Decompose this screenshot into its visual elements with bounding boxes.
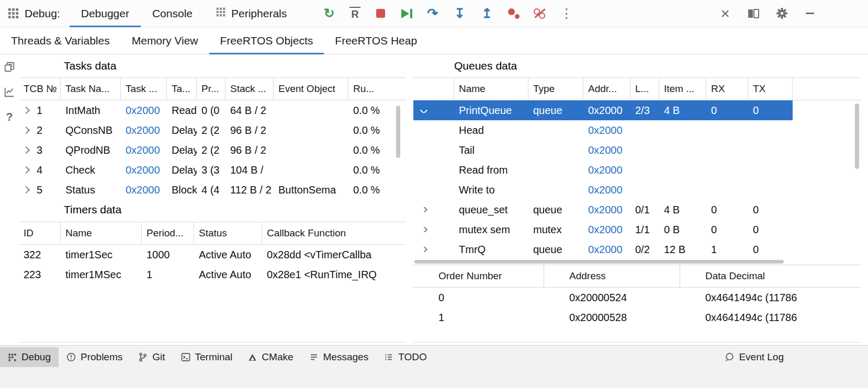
table-row[interactable]: mutex sem mutex 0x2000 1/1 0 B 0 0 bbox=[413, 220, 793, 239]
table-row[interactable]: queue_set queue 0x2000 0/1 4 B 0 0 bbox=[413, 200, 793, 220]
queues-horizontal-scrollbar[interactable] bbox=[414, 260, 784, 264]
table-row[interactable]: 1 IntMath 0x2000 Read 0 (0 64 B / 2 0.0 … bbox=[19, 100, 406, 120]
reset-icon[interactable]: R bbox=[350, 7, 360, 20]
chevron-down-icon[interactable] bbox=[420, 108, 427, 113]
close-icon[interactable]: × bbox=[718, 7, 732, 20]
column-header[interactable]: Ta... bbox=[167, 78, 197, 100]
stop-icon[interactable] bbox=[374, 7, 388, 20]
address-link[interactable]: 0x2000 bbox=[583, 244, 630, 256]
address-link[interactable]: 0x2000 bbox=[121, 144, 167, 156]
toolbar-item-messages[interactable]: Messages bbox=[301, 347, 377, 367]
column-header[interactable]: Item ... bbox=[659, 78, 706, 100]
chevron-right-icon[interactable] bbox=[22, 127, 30, 134]
address-link[interactable]: 0x2000 bbox=[583, 124, 630, 136]
address-link[interactable]: 0x2000 bbox=[121, 184, 167, 196]
toolbar-item-terminal[interactable]: Terminal bbox=[173, 347, 241, 367]
tab-memory-view[interactable]: Memory View bbox=[121, 27, 209, 54]
address-link[interactable]: 0x2000 bbox=[121, 105, 167, 117]
table-row[interactable]: 322 timer1Sec 1000 Active Auto 0x28dd <v… bbox=[19, 245, 406, 265]
toolbar-item-todo[interactable]: TODO bbox=[376, 347, 435, 367]
column-header[interactable]: Name bbox=[454, 78, 528, 100]
chevron-right-icon[interactable] bbox=[420, 227, 427, 232]
toolbar-item-event-log[interactable]: Event Log bbox=[717, 347, 792, 367]
tab-threads-variables[interactable]: Threads & Variables bbox=[0, 27, 121, 54]
tab-freertos-objects[interactable]: FreeRTOS Objects bbox=[209, 27, 324, 54]
table-row[interactable]: 4 Check 0x2000 Delay 3 (3 104 B / 0.0 % bbox=[19, 160, 406, 180]
gear-icon[interactable] bbox=[775, 7, 788, 20]
tab-debugger[interactable]: Debugger bbox=[70, 0, 141, 27]
column-header[interactable] bbox=[413, 78, 454, 100]
chevron-right-icon[interactable] bbox=[22, 107, 30, 114]
column-header[interactable]: Type bbox=[528, 78, 583, 100]
column-header[interactable]: Task ... bbox=[121, 78, 167, 100]
address-link[interactable]: 0x2000 bbox=[583, 184, 630, 196]
column-header[interactable]: TX bbox=[748, 78, 793, 100]
export-chart-icon[interactable] bbox=[3, 86, 16, 98]
resume-icon[interactable] bbox=[401, 9, 412, 18]
table-row-child[interactable]: Head 0x2000 bbox=[413, 120, 793, 140]
column-header[interactable]: Data Decimal bbox=[680, 265, 861, 287]
table-row[interactable]: 0 0x20000524 0x4641494c (11786 bbox=[413, 288, 861, 307]
column-header[interactable]: RX bbox=[706, 78, 748, 100]
column-header[interactable]: Event Object bbox=[274, 78, 348, 100]
address-link[interactable]: 0x2000 bbox=[121, 164, 167, 176]
mute-breakpoints-icon[interactable] bbox=[534, 8, 546, 19]
restore-layout-icon[interactable] bbox=[3, 61, 16, 73]
minimize-icon[interactable] bbox=[803, 7, 817, 20]
table-row[interactable]: 1 0x20000528 0x4641494c (11786 bbox=[413, 307, 861, 327]
column-header[interactable]: Pr... bbox=[197, 78, 226, 100]
tab-peripherals[interactable]: Peripherals bbox=[204, 0, 298, 27]
chevron-right-icon[interactable] bbox=[22, 186, 30, 193]
chevron-right-icon[interactable] bbox=[22, 166, 30, 174]
tasks-vertical-scrollbar[interactable] bbox=[396, 106, 400, 158]
view-breakpoints-icon[interactable] bbox=[508, 8, 520, 19]
column-header[interactable]: TCB № bbox=[19, 78, 61, 100]
table-row[interactable]: 3 QProdNB 0x2000 Delay 2 (2 96 B / 2 0.0… bbox=[19, 140, 406, 160]
column-header[interactable]: Address bbox=[544, 265, 680, 287]
help-icon[interactable]: ? bbox=[3, 111, 16, 123]
address-link[interactable]: 0x2000 bbox=[583, 144, 630, 156]
toolbar-item-cmake[interactable]: CMake bbox=[240, 347, 301, 367]
column-header[interactable]: L... bbox=[630, 78, 659, 100]
step-into-icon[interactable]: ↧ bbox=[453, 7, 467, 20]
address-link[interactable]: 0x2000 bbox=[583, 224, 630, 236]
column-header[interactable]: Stack ... bbox=[226, 78, 274, 100]
toolbar-item-git[interactable]: Git bbox=[130, 347, 173, 367]
table-row-selected[interactable]: PrintQueue queue 0x2000 2/3 4 B 0 0 bbox=[413, 100, 793, 120]
table-row[interactable]: 2 QConsNB 0x2000 Delay 2 (2 96 B / 2 0.0… bbox=[19, 120, 406, 140]
queues-vertical-scrollbar[interactable] bbox=[855, 104, 859, 169]
step-over-icon[interactable]: ↷ bbox=[426, 7, 439, 20]
toolbar-item-debug[interactable]: Debug bbox=[0, 347, 59, 367]
tab-freertos-heap[interactable]: FreeRTOS Heap bbox=[324, 27, 428, 54]
table-row[interactable]: TmrQ queue 0x2000 0/2 12 B 1 0 bbox=[413, 239, 793, 259]
address-link[interactable]: 0x2000 bbox=[583, 105, 630, 117]
column-header[interactable]: Ru... bbox=[348, 78, 406, 100]
more-options-icon[interactable]: ⋮ bbox=[560, 7, 573, 20]
table-row-child[interactable]: Write to 0x2000 bbox=[413, 180, 793, 200]
address-link[interactable]: 0x2000 bbox=[583, 164, 630, 176]
step-out-icon[interactable]: ↥ bbox=[480, 7, 494, 20]
column-header[interactable]: Addr... bbox=[583, 78, 630, 100]
toolbar-item-problems[interactable]: Problems bbox=[59, 347, 130, 367]
table-row-child[interactable]: Tail 0x2000 bbox=[413, 140, 793, 160]
column-header[interactable]: Period... bbox=[142, 222, 194, 244]
queues-data-title: Queues data bbox=[413, 54, 861, 77]
table-row[interactable]: 223 timer1MSec 1 Active Auto 0x28e1 <Run… bbox=[19, 265, 406, 284]
layout-settings-icon[interactable] bbox=[747, 7, 760, 20]
rerun-icon[interactable]: ↻ bbox=[322, 7, 336, 20]
table-row-child[interactable]: Read from 0x2000 bbox=[413, 160, 793, 180]
tab-console[interactable]: Console bbox=[141, 0, 204, 27]
column-header[interactable]: Status bbox=[194, 222, 262, 244]
column-header[interactable]: Callback Function bbox=[262, 222, 406, 244]
table-row[interactable]: 5 Status 0x2000 Block 4 (4 112 B / 2 But… bbox=[19, 180, 406, 200]
timers-table: ID Name Period... Status Callback Functi… bbox=[19, 222, 406, 343]
column-header[interactable]: ID bbox=[19, 222, 61, 244]
column-header[interactable]: Name bbox=[61, 222, 142, 244]
chevron-right-icon[interactable] bbox=[22, 146, 30, 154]
chevron-right-icon[interactable] bbox=[420, 247, 427, 252]
column-header[interactable]: Task Na... bbox=[61, 78, 121, 100]
address-link[interactable]: 0x2000 bbox=[583, 204, 630, 216]
chevron-right-icon[interactable] bbox=[420, 207, 427, 212]
address-link[interactable]: 0x2000 bbox=[121, 124, 167, 136]
column-header[interactable]: Order Number bbox=[413, 265, 544, 287]
